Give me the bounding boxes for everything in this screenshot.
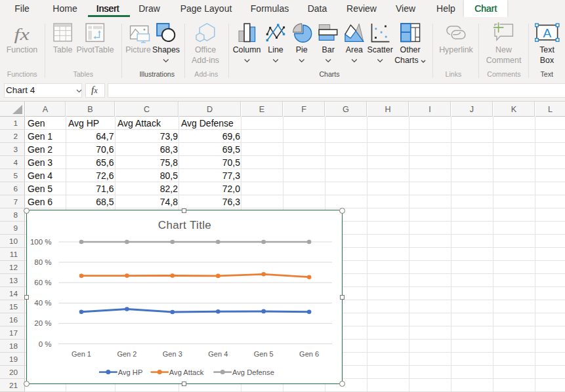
svg-text:Gen 2: Gen 2 <box>117 350 136 358</box>
svg-text:Avg HP: Avg HP <box>118 368 143 376</box>
svg-text:Gen 1: Gen 1 <box>72 350 91 358</box>
svg-text:60 %: 60 % <box>34 279 51 286</box>
svg-text:40 %: 40 % <box>34 299 51 307</box>
svg-text:100 %: 100 % <box>30 238 52 246</box>
svg-text:Avg Defense: Avg Defense <box>232 368 274 376</box>
svg-text:Avg Attack: Avg Attack <box>169 368 204 376</box>
svg-text:20 %: 20 % <box>34 319 51 327</box>
svg-text:Gen 5: Gen 5 <box>254 350 274 358</box>
svg-text:A: A <box>543 26 551 40</box>
svg-text:0 %: 0 % <box>39 340 52 348</box>
svg-text:Gen 6: Gen 6 <box>299 350 319 358</box>
svg-text:fx: fx <box>14 26 30 43</box>
svg-text:Chart Title: Chart Title <box>158 219 211 231</box>
svg-text:Gen 3: Gen 3 <box>163 350 182 358</box>
svg-text:Gen 4: Gen 4 <box>208 350 228 358</box>
svg-text:80 %: 80 % <box>34 258 51 266</box>
